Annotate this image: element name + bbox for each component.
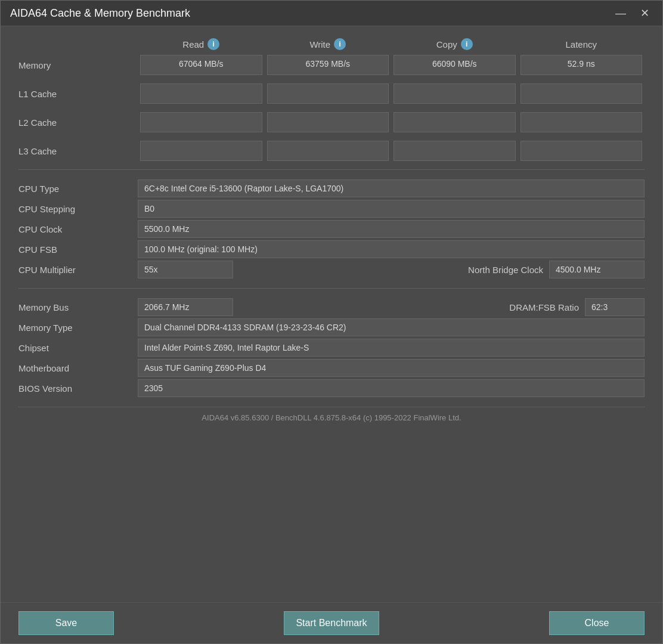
cpu-type-label: CPU Type bbox=[18, 184, 138, 194]
col-read-header: Read i bbox=[138, 38, 265, 50]
l1-latency-value bbox=[521, 83, 643, 104]
memory-copy-value: 66090 MB/s bbox=[394, 55, 516, 75]
col-latency-header: Latency bbox=[518, 38, 645, 50]
memory-row: Memory 67064 MB/s 63759 MB/s 66090 MB/s … bbox=[18, 55, 645, 75]
l3-write-value bbox=[267, 141, 389, 161]
close-button-bottom[interactable]: Close bbox=[549, 611, 645, 635]
l2-latency-value bbox=[521, 112, 643, 132]
minimize-button[interactable]: — bbox=[612, 7, 630, 20]
memory-type-value: Dual Channel DDR4-4133 SDRAM (19-23-23-4… bbox=[138, 318, 645, 336]
cpu-clock-row: CPU Clock 5500.0 MHz bbox=[18, 220, 645, 238]
l3-copy-value bbox=[394, 141, 516, 161]
memory-bus-value: 2066.7 MHz bbox=[138, 298, 233, 316]
north-bridge-value: 4500.0 MHz bbox=[549, 261, 645, 278]
dram-fsb-value: 62:3 bbox=[585, 298, 645, 316]
motherboard-label: Motherboard bbox=[18, 363, 138, 373]
memory-label: Memory bbox=[18, 60, 138, 70]
memory-latency-value: 52.9 ns bbox=[521, 55, 643, 75]
memory-type-label: Memory Type bbox=[18, 323, 138, 333]
close-button[interactable]: ✕ bbox=[637, 7, 653, 20]
cpu-multiplier-row: CPU Multiplier 55x North Bridge Clock 45… bbox=[18, 261, 645, 278]
footer-text: AIDA64 v6.85.6300 / BenchDLL 4.6.875.8-x… bbox=[18, 407, 645, 425]
cpu-type-row: CPU Type 6C+8c Intel Core i5-13600 (Rapt… bbox=[18, 179, 645, 197]
bios-value: 2305 bbox=[138, 379, 645, 397]
write-info-icon[interactable]: i bbox=[334, 38, 346, 50]
motherboard-value: Asus TUF Gaming Z690-Plus D4 bbox=[138, 359, 645, 377]
memory-info-section: Memory Bus 2066.7 MHz DRAM:FSB Ratio 62:… bbox=[18, 288, 645, 397]
copy-info-icon[interactable]: i bbox=[461, 38, 473, 50]
window-title: AIDA64 Cache & Memory Benchmark bbox=[10, 7, 190, 20]
l2-read-value bbox=[140, 112, 262, 132]
cpu-fsb-value: 100.0 MHz (original: 100 MHz) bbox=[138, 240, 645, 258]
l2-label: L2 Cache bbox=[18, 117, 138, 128]
l3-label: L3 Cache bbox=[18, 146, 138, 156]
window-controls: — ✕ bbox=[612, 7, 653, 20]
l2-row: L2 Cache bbox=[18, 112, 645, 132]
col-write-header: Write i bbox=[265, 38, 392, 50]
motherboard-row: Motherboard Asus TUF Gaming Z690-Plus D4 bbox=[18, 359, 645, 377]
l1-label: L1 Cache bbox=[18, 89, 138, 99]
l1-copy-value bbox=[394, 83, 516, 104]
cpu-fsb-row: CPU FSB 100.0 MHz (original: 100 MHz) bbox=[18, 240, 645, 258]
start-benchmark-button[interactable]: Start Benchmark bbox=[284, 611, 379, 635]
memory-copy-cell: 66090 MB/s bbox=[394, 55, 516, 75]
cpu-stepping-value: B0 bbox=[138, 200, 645, 218]
bios-label: BIOS Version bbox=[18, 383, 138, 394]
save-button[interactable]: Save bbox=[18, 611, 114, 635]
bench-header: Read i Write i Copy i Latency bbox=[18, 38, 645, 50]
l2-write-value bbox=[267, 112, 389, 132]
l3-latency-value bbox=[521, 141, 643, 161]
l2-copy-value bbox=[394, 112, 516, 132]
cpu-multiplier-value: 55x bbox=[138, 261, 233, 278]
chipset-label: Chipset bbox=[18, 343, 138, 353]
main-window: AIDA64 Cache & Memory Benchmark — ✕ Read… bbox=[0, 0, 663, 644]
cpu-clock-value: 5500.0 MHz bbox=[138, 220, 645, 238]
cpu-section: CPU Type 6C+8c Intel Core i5-13600 (Rapt… bbox=[18, 169, 645, 278]
cpu-stepping-label: CPU Stepping bbox=[18, 204, 138, 214]
title-bar: AIDA64 Cache & Memory Benchmark — ✕ bbox=[1, 1, 662, 26]
memory-bus-label: Memory Bus bbox=[18, 302, 138, 312]
read-info-icon[interactable]: i bbox=[207, 38, 219, 50]
button-bar: Save Start Benchmark Close bbox=[1, 602, 662, 643]
l1-row: L1 Cache bbox=[18, 83, 645, 104]
l1-read-value bbox=[140, 83, 262, 104]
l1-write-value bbox=[267, 83, 389, 104]
l3-read-value bbox=[140, 141, 262, 161]
bios-row: BIOS Version 2305 bbox=[18, 379, 645, 397]
memory-read-cell: 67064 MB/s bbox=[140, 55, 262, 75]
memory-read-value: 67064 MB/s bbox=[140, 55, 262, 75]
memory-write-value: 63759 MB/s bbox=[267, 55, 389, 75]
cpu-stepping-row: CPU Stepping B0 bbox=[18, 200, 645, 218]
north-bridge-label: North Bridge Clock bbox=[468, 265, 549, 275]
content-area: Read i Write i Copy i Latency Memory 670… bbox=[1, 26, 662, 602]
chipset-row: Chipset Intel Alder Point-S Z690, Intel … bbox=[18, 339, 645, 357]
cpu-multiplier-label: CPU Multiplier bbox=[18, 265, 138, 275]
memory-latency-cell: 52.9 ns bbox=[521, 55, 643, 75]
cpu-clock-label: CPU Clock bbox=[18, 224, 138, 234]
cpu-type-value: 6C+8c Intel Core i5-13600 (Raptor Lake-S… bbox=[138, 179, 645, 197]
memory-bus-row: Memory Bus 2066.7 MHz DRAM:FSB Ratio 62:… bbox=[18, 298, 645, 316]
memory-write-cell: 63759 MB/s bbox=[267, 55, 389, 75]
memory-type-row: Memory Type Dual Channel DDR4-4133 SDRAM… bbox=[18, 318, 645, 336]
l3-row: L3 Cache bbox=[18, 141, 645, 161]
cpu-fsb-label: CPU FSB bbox=[18, 244, 138, 255]
chipset-value: Intel Alder Point-S Z690, Intel Raptor L… bbox=[138, 339, 645, 357]
dram-fsb-label: DRAM:FSB Ratio bbox=[509, 302, 585, 312]
col-copy-header: Copy i bbox=[391, 38, 518, 50]
